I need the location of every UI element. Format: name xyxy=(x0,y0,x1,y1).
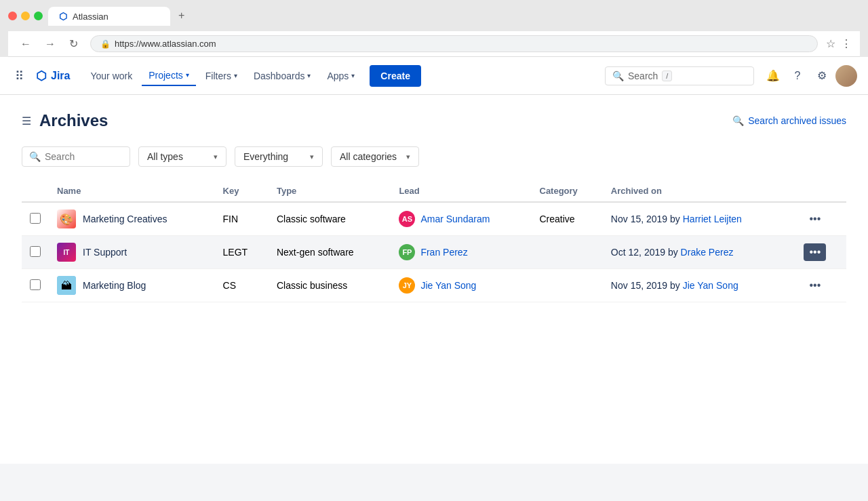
header-actions xyxy=(795,180,846,202)
page-header-left: ☰ Archives xyxy=(22,111,108,130)
archive-table: Name Key Type Lead Category Archived on xyxy=(22,180,846,302)
row-1-archived-by[interactable]: Harriet Leijten xyxy=(683,214,742,224)
categories-filter-dropdown[interactable]: All categories ▾ xyxy=(331,146,419,167)
sidebar-toggle-icon[interactable]: ☰ xyxy=(22,115,31,127)
row-2-more-button[interactable]: ••• xyxy=(804,243,826,261)
nav-filters[interactable]: Filters ▾ xyxy=(199,66,244,85)
row-3-name: Marketing Blog xyxy=(83,280,146,291)
row-3-more-button[interactable]: ••• xyxy=(804,277,826,294)
everything-filter-dropdown[interactable]: Everything ▾ xyxy=(235,146,323,167)
row-2-actions-cell: ••• xyxy=(795,236,846,269)
help-button[interactable]: ? xyxy=(787,65,808,87)
header-category: Category xyxy=(532,180,603,202)
row-3-archived-by[interactable]: Jie Yan Song xyxy=(683,280,738,291)
nav-search-shortcut: / xyxy=(662,71,672,81)
row-3-category xyxy=(532,269,603,302)
jira-logo-icon: ⬡ xyxy=(36,68,47,83)
nav-icons: 🔔 ? ⚙ xyxy=(762,65,857,87)
filter-search-input[interactable] xyxy=(45,151,113,162)
nav-your-work[interactable]: Your work xyxy=(83,66,139,85)
svg-text:🏔: 🏔 xyxy=(61,280,72,292)
row-1-key: FIN xyxy=(215,202,269,236)
header-archived-on: Archived on xyxy=(603,180,796,202)
row-3-name-cell: 🏔 Marketing Blog xyxy=(49,269,215,302)
reload-button[interactable]: ↻ xyxy=(65,36,82,52)
maximize-button[interactable] xyxy=(34,12,43,20)
everything-filter-caret-icon: ▾ xyxy=(310,153,314,161)
grid-icon[interactable]: ⠿ xyxy=(11,64,28,87)
row-2-archived-on: Oct 12, 2019 by Drake Perez xyxy=(603,236,796,269)
row-1-lead-cell: AS Amar Sundaram xyxy=(391,202,531,236)
row-2-archived-by[interactable]: Drake Perez xyxy=(681,247,734,258)
type-filter-caret-icon: ▾ xyxy=(214,153,218,161)
traffic-lights xyxy=(8,12,43,20)
url-text: https://www.atlassian.com xyxy=(115,39,216,49)
tab-favicon: ⬡ xyxy=(59,11,67,22)
row-3-lead-name[interactable]: Jie Yan Song xyxy=(420,280,476,291)
row-1-actions-cell: ••• xyxy=(795,202,846,236)
row-1-archived-on: Nov 15, 2019 by Harriet Leijten xyxy=(603,202,796,236)
type-filter-label: All types xyxy=(147,151,183,162)
row-2-lead-cell: FP Fran Perez xyxy=(391,236,531,269)
nav-apps[interactable]: Apps ▾ xyxy=(320,66,361,85)
create-button[interactable]: Create xyxy=(370,65,421,87)
notifications-button[interactable]: 🔔 xyxy=(762,65,784,87)
row-checkbox-cell xyxy=(22,269,49,302)
new-tab-button[interactable]: + xyxy=(172,5,191,26)
forward-button[interactable]: → xyxy=(41,37,60,52)
row-1-more-button[interactable]: ••• xyxy=(804,210,826,228)
dashboards-caret-icon: ▾ xyxy=(307,72,311,79)
row-3-archived-on: Nov 15, 2019 by Jie Yan Song xyxy=(603,269,796,302)
projects-caret-icon: ▾ xyxy=(186,71,189,79)
url-bar[interactable]: 🔒 https://www.atlassian.com xyxy=(90,35,818,52)
page-main: ☰ Archives 🔍 Search archived issues 🔍 Al… xyxy=(0,95,868,319)
browser-tab[interactable]: ⬡ Atlassian xyxy=(48,7,170,26)
everything-filter-label: Everything xyxy=(243,151,288,162)
close-button[interactable] xyxy=(8,12,17,20)
row-1-name-cell: 🎨 Marketing Creatives xyxy=(49,202,215,236)
table-header-row: Name Key Type Lead Category Archived on xyxy=(22,180,846,202)
browser-titlebar: ⬡ Atlassian + xyxy=(8,5,860,26)
row-1-category: Creative xyxy=(532,202,603,236)
row-2-checkbox[interactable] xyxy=(30,246,41,257)
type-filter-dropdown[interactable]: All types ▾ xyxy=(138,146,226,167)
page-header: ☰ Archives 🔍 Search archived issues xyxy=(22,111,846,130)
row-1-name: Marketing Creatives xyxy=(83,214,167,224)
row-2-type: Next-gen software xyxy=(269,236,391,269)
nav-dashboards[interactable]: Dashboards ▾ xyxy=(247,66,318,85)
nav-projects[interactable]: Projects ▾ xyxy=(142,66,196,86)
row-3-lead-cell: JY Jie Yan Song xyxy=(391,269,531,302)
row-1-type: Classic software xyxy=(269,202,391,236)
menu-icon[interactable]: ⋮ xyxy=(841,37,852,50)
nav-search-bar[interactable]: 🔍 Search / xyxy=(605,66,754,85)
row-3-actions-cell: ••• xyxy=(795,269,846,302)
filter-search-container[interactable]: 🔍 xyxy=(22,146,130,167)
tab-bar: ⬡ Atlassian + xyxy=(48,5,191,26)
header-lead: Lead xyxy=(391,180,531,202)
bookmark-icon[interactable]: ☆ xyxy=(826,37,835,50)
app-wrapper: ⠿ ⬡ Jira Your work Projects ▾ Filters ▾ … xyxy=(0,57,868,464)
project-icon-mb: 🏔 xyxy=(57,276,76,295)
row-1-lead-name[interactable]: Amar Sundaram xyxy=(420,214,490,224)
jira-logo-text: Jira xyxy=(51,70,70,82)
categories-filter-label: All categories xyxy=(340,151,397,162)
settings-button[interactable]: ⚙ xyxy=(811,65,833,87)
row-2-lead-name[interactable]: Fran Perez xyxy=(420,247,467,258)
row-2-name-cell: IT IT Support xyxy=(49,236,215,269)
nav-search-icon: 🔍 xyxy=(612,71,624,81)
jira-logo[interactable]: ⬡ Jira xyxy=(36,68,70,83)
row-2-key: LEGT xyxy=(215,236,269,269)
minimize-button[interactable] xyxy=(21,12,30,20)
user-avatar[interactable] xyxy=(835,65,857,87)
search-archived-icon: 🔍 xyxy=(732,115,744,126)
row-3-checkbox[interactable] xyxy=(30,279,41,290)
filters-row: 🔍 All types ▾ Everything ▾ All categorie… xyxy=(22,146,846,167)
row-checkbox-cell xyxy=(22,236,49,269)
address-bar: ← → ↻ 🔒 https://www.atlassian.com ☆ ⋮ xyxy=(8,31,860,57)
back-button[interactable]: ← xyxy=(16,37,35,52)
header-name: Name xyxy=(49,180,215,202)
search-archived-issues[interactable]: 🔍 Search archived issues xyxy=(732,115,846,126)
search-archived-label: Search archived issues xyxy=(748,115,846,126)
lead-avatar-fp: FP xyxy=(399,244,415,260)
row-1-checkbox[interactable] xyxy=(30,213,41,224)
